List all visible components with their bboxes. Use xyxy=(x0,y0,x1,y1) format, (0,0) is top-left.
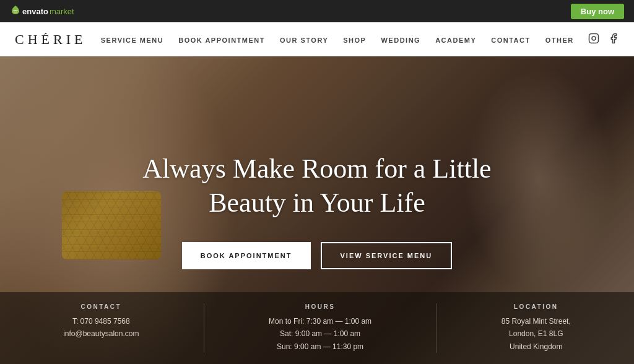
svg-point-2 xyxy=(596,35,597,36)
nav-other[interactable]: OTHER xyxy=(545,37,574,44)
contact-title: CONTACT xyxy=(63,303,139,310)
nav-service-menu[interactable]: SERVICE MENU xyxy=(101,37,164,44)
nav-our-story[interactable]: OUR STORY xyxy=(280,37,328,44)
nav-academy[interactable]: ACADEMY xyxy=(435,37,476,44)
contact-info: CONTACT T: 070 9485 7568 info@beautysalo… xyxy=(63,303,139,353)
nav-contact[interactable]: CONTACT xyxy=(491,37,530,44)
buy-now-button[interactable]: Buy now xyxy=(571,4,624,19)
location-details: 85 Royal Mint Street, London, E1 8LG Uni… xyxy=(502,315,571,353)
nav-links: SERVICE MENU BOOK APPOINTMENT OUR STORY … xyxy=(101,34,574,45)
envato-market-text: market xyxy=(50,7,74,16)
nav-shop[interactable]: SHOP xyxy=(343,37,366,44)
nav-wedding[interactable]: WEDDING xyxy=(381,37,420,44)
contact-details: T: 070 9485 7568 info@beautysalon.com xyxy=(63,315,139,340)
hours-title: HOURS xyxy=(269,303,371,310)
nav-social xyxy=(588,33,619,46)
book-appointment-button[interactable]: BOOK APPOINTMENT xyxy=(182,242,311,269)
facebook-icon[interactable] xyxy=(608,33,619,46)
divider-2 xyxy=(436,303,436,353)
info-bar: CONTACT T: 070 9485 7568 info@beautysalo… xyxy=(0,292,634,364)
location-info: LOCATION 85 Royal Mint Street, London, E… xyxy=(502,303,571,353)
divider-1 xyxy=(204,303,204,353)
envato-leaf-icon xyxy=(10,4,21,19)
view-service-menu-button[interactable]: VIEW SERVICE MENU xyxy=(321,242,453,269)
hero-buttons: BOOK APPOINTMENT VIEW SERVICE MENU xyxy=(182,242,452,269)
location-title: LOCATION xyxy=(502,303,571,310)
svg-rect-0 xyxy=(589,33,599,43)
navigation: CHÉRIE SERVICE MENU BOOK APPOINTMENT OUR… xyxy=(0,22,634,56)
site-logo: CHÉRIE xyxy=(15,32,86,48)
hero-section: Always Make Room for a Little Beauty in … xyxy=(0,56,634,364)
envato-bar: envatomarket Buy now xyxy=(0,0,634,22)
svg-point-1 xyxy=(592,37,596,40)
instagram-icon[interactable] xyxy=(588,33,599,46)
hours-details: Mon to Fri: 7:30 am — 1:00 am Sat: 9:00 … xyxy=(269,315,371,353)
hero-headline: Always Make Room for a Little Beauty in … xyxy=(142,152,491,220)
hours-info: HOURS Mon to Fri: 7:30 am — 1:00 am Sat:… xyxy=(269,303,371,353)
envato-text: envato xyxy=(22,7,48,16)
nav-book-appointment[interactable]: BOOK APPOINTMENT xyxy=(178,37,265,44)
envato-logo: envatomarket xyxy=(10,4,74,19)
